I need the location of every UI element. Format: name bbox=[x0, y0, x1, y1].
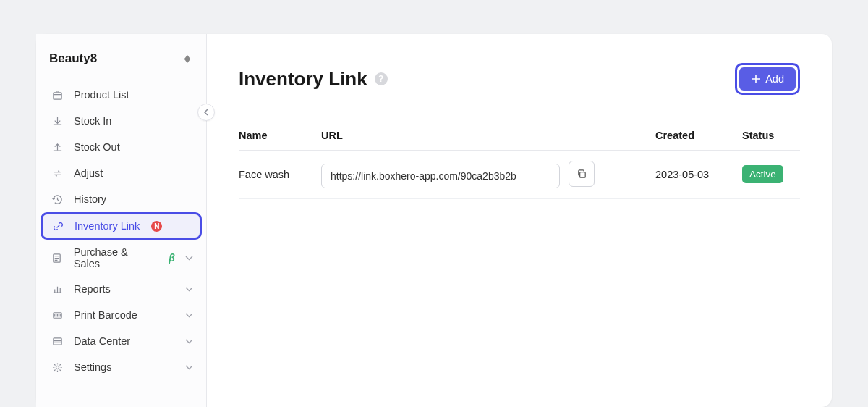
sidebar-item-data-center[interactable]: Data Center bbox=[36, 328, 206, 354]
swap-icon bbox=[51, 167, 64, 180]
workspace-header: Beauty8 bbox=[36, 34, 206, 76]
svg-rect-0 bbox=[53, 92, 61, 98]
sidebar-item-adjust[interactable]: Adjust bbox=[36, 160, 206, 186]
page-header: Inventory Link ? Add bbox=[239, 63, 800, 95]
chevron-down-icon bbox=[185, 256, 193, 261]
sidebar-item-label: Data Center bbox=[74, 335, 130, 347]
workspace-switcher[interactable] bbox=[182, 55, 193, 63]
upload-icon bbox=[51, 140, 64, 154]
sidebar-item-settings[interactable]: Settings bbox=[36, 354, 206, 380]
sidebar-item-label: Inventory Link bbox=[75, 220, 140, 232]
svg-rect-5 bbox=[579, 172, 585, 177]
gear-icon bbox=[51, 361, 64, 374]
barcode-icon bbox=[51, 309, 64, 322]
sidebar-item-reports[interactable]: Reports bbox=[36, 276, 206, 302]
link-url-cell bbox=[321, 161, 655, 188]
column-header-url: URL bbox=[321, 130, 655, 141]
sidebar-item-purchase-sales[interactable]: Purchase & Sales β bbox=[36, 240, 206, 276]
data-icon bbox=[51, 335, 64, 348]
main-content: Inventory Link ? Add Name URL Created St… bbox=[207, 34, 832, 407]
inventory-link-table: Name URL Created Status Face wash 2023-0… bbox=[239, 121, 800, 199]
table-header: Name URL Created Status bbox=[239, 121, 800, 151]
app-window: Beauty8 Product List Stock In bbox=[36, 34, 832, 407]
sidebar-item-label: Adjust bbox=[74, 167, 103, 179]
doc-icon bbox=[51, 251, 64, 264]
sidebar-item-label: Stock Out bbox=[74, 141, 120, 153]
sidebar-item-label: Product List bbox=[74, 89, 129, 101]
history-icon bbox=[51, 193, 64, 206]
copy-icon bbox=[576, 169, 587, 180]
sidebar-item-history[interactable]: History bbox=[36, 186, 206, 212]
collapse-sidebar-button[interactable] bbox=[197, 104, 215, 121]
beta-badge: β bbox=[169, 252, 175, 264]
link-name-cell: Face wash bbox=[239, 169, 321, 180]
add-button-highlight: Add bbox=[735, 63, 800, 95]
page-title: Inventory Link bbox=[239, 68, 367, 91]
sidebar-item-label: Settings bbox=[74, 361, 111, 373]
sidebar-item-label: Reports bbox=[74, 283, 111, 295]
workspace-name: Beauty8 bbox=[49, 51, 97, 66]
sidebar: Beauty8 Product List Stock In bbox=[36, 34, 207, 407]
column-header-status: Status bbox=[742, 130, 800, 141]
column-header-name: Name bbox=[239, 130, 321, 141]
svg-rect-3 bbox=[53, 337, 61, 344]
link-status-cell: Active bbox=[742, 165, 800, 183]
help-icon[interactable]: ? bbox=[375, 72, 388, 85]
chevron-down-icon bbox=[185, 287, 193, 292]
sidebar-item-label: Print Barcode bbox=[74, 309, 137, 321]
link-icon bbox=[51, 219, 64, 232]
new-badge: N bbox=[151, 221, 162, 232]
column-header-created: Created bbox=[655, 130, 742, 141]
sidebar-item-label: Purchase & Sales bbox=[74, 246, 156, 269]
chevron-down-icon bbox=[185, 313, 193, 318]
sidebar-item-label: Stock In bbox=[74, 115, 111, 127]
plus-icon bbox=[751, 74, 761, 84]
page-title-wrap: Inventory Link ? bbox=[239, 68, 388, 91]
sidebar-item-inventory-link[interactable]: Inventory Link N bbox=[41, 212, 202, 240]
sidebar-item-stock-out[interactable]: Stock Out bbox=[36, 134, 206, 160]
sidebar-item-print-barcode[interactable]: Print Barcode bbox=[36, 302, 206, 328]
sidebar-item-product-list[interactable]: Product List bbox=[36, 82, 206, 108]
add-button-label: Add bbox=[765, 73, 784, 85]
box-icon bbox=[51, 88, 64, 101]
chevron-down-icon bbox=[185, 339, 193, 344]
link-url-input[interactable] bbox=[321, 164, 560, 188]
chevron-down-icon bbox=[185, 365, 193, 370]
copy-url-button[interactable] bbox=[569, 161, 595, 187]
sidebar-item-label: History bbox=[74, 193, 106, 205]
download-icon bbox=[51, 114, 64, 127]
table-row: Face wash 2023-05-03 Active bbox=[239, 151, 800, 199]
chart-icon bbox=[51, 282, 64, 295]
sidebar-nav: Product List Stock In Stock Out Adjust bbox=[36, 76, 206, 380]
status-badge: Active bbox=[742, 165, 783, 183]
add-button[interactable]: Add bbox=[739, 67, 796, 91]
svg-point-4 bbox=[56, 366, 59, 369]
link-created-cell: 2023-05-03 bbox=[655, 169, 742, 180]
sidebar-item-stock-in[interactable]: Stock In bbox=[36, 108, 206, 134]
